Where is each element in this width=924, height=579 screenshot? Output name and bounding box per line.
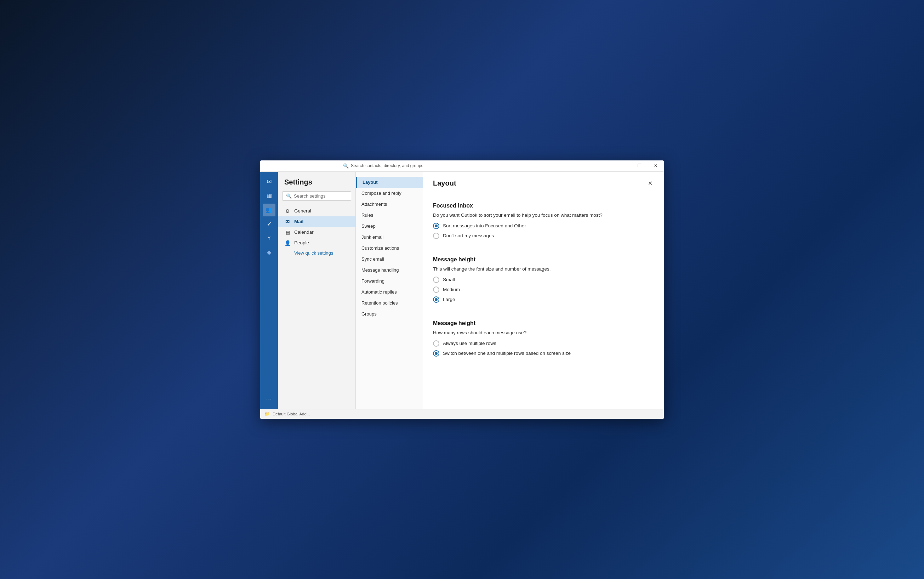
- message-height-1-desc: This will change the font size and numbe…: [433, 266, 654, 272]
- nav-item-general-label: General: [294, 208, 311, 214]
- nav-tasks-icon[interactable]: ✔: [263, 218, 276, 231]
- nav-yammer-icon[interactable]: Y: [263, 232, 276, 245]
- radio-small[interactable]: Small: [433, 276, 654, 283]
- submenu-sweep[interactable]: Sweep: [356, 221, 423, 232]
- divider-1: [433, 249, 654, 249]
- message-height-1-title: Message height: [433, 257, 654, 263]
- focused-inbox-title: Focused Inbox: [433, 203, 654, 209]
- mail-submenu: Layout Compose and reply Attachments Rul…: [356, 172, 423, 409]
- title-bar: 🔍 Search contacts, directory, and groups…: [260, 160, 664, 172]
- submenu-handling[interactable]: Message handling: [356, 265, 423, 275]
- calendar-nav-icon: ▦: [284, 229, 291, 235]
- radio-sort-focused-circle[interactable]: [433, 223, 439, 229]
- settings-panel: Settings 🔍 ⚙ General ✉ Mail ▦ Calendar: [278, 172, 356, 409]
- nav-item-mail[interactable]: ✉ Mail: [278, 216, 356, 227]
- submenu-forwarding[interactable]: Forwarding: [356, 275, 423, 286]
- radio-no-sort-label: Don't sort my messages: [443, 233, 494, 238]
- submenu-groups[interactable]: Groups: [356, 308, 423, 319]
- nav-bottom: ···: [263, 393, 276, 409]
- radio-small-label: Small: [443, 277, 455, 282]
- message-height-section-2: Message height How many rows should each…: [433, 320, 654, 357]
- radio-switch-rows[interactable]: Switch between one and multiple rows bas…: [433, 350, 654, 357]
- bottom-bar-text: Default Global Add...: [273, 412, 310, 416]
- radio-always-multiple-circle[interactable]: [433, 340, 439, 347]
- radio-large-label: Large: [443, 297, 455, 302]
- panel-title: Layout: [433, 179, 456, 187]
- settings-nav: ⚙ General ✉ Mail ▦ Calendar 👤 People Vie…: [278, 206, 356, 258]
- general-icon: ⚙: [284, 208, 291, 214]
- radio-small-circle[interactable]: [433, 276, 439, 283]
- submenu-rules[interactable]: Rules: [356, 209, 423, 221]
- restore-button[interactable]: ❐: [631, 160, 648, 172]
- nav-item-general[interactable]: ⚙ General: [278, 206, 356, 216]
- title-bar-search-area: 🔍 Search contacts, directory, and groups: [338, 163, 465, 168]
- people-nav-icon: 👤: [284, 240, 291, 246]
- radio-switch-rows-circle[interactable]: [433, 350, 439, 357]
- nav-people-icon[interactable]: 👥: [263, 204, 276, 216]
- close-button[interactable]: ✕: [648, 160, 664, 172]
- app-window: 🔍 Search contacts, directory, and groups…: [260, 160, 664, 419]
- message-height-2-title: Message height: [433, 320, 654, 327]
- radio-large-circle[interactable]: [433, 296, 439, 303]
- submenu-compose[interactable]: Compose and reply: [356, 188, 423, 199]
- search-settings-input[interactable]: [294, 193, 347, 199]
- radio-no-sort-circle[interactable]: [433, 233, 439, 239]
- nav-item-mail-label: Mail: [294, 219, 304, 224]
- submenu-auto-replies[interactable]: Automatic replies: [356, 286, 423, 298]
- radio-always-multiple-label: Always use multiple rows: [443, 341, 496, 346]
- nav-mail-icon[interactable]: ✉: [263, 175, 276, 188]
- nav-item-calendar-label: Calendar: [294, 229, 313, 235]
- panel-close-button[interactable]: ✕: [645, 178, 655, 189]
- main-content: Layout ✕ Focused Inbox Do you want Outlo…: [423, 172, 664, 409]
- radio-switch-rows-label: Switch between one and multiple rows bas…: [443, 351, 571, 356]
- radio-no-sort[interactable]: Don't sort my messages: [433, 233, 654, 239]
- settings-title: Settings: [278, 178, 356, 191]
- title-search-icon: 🔍: [343, 163, 349, 168]
- nav-teams-icon[interactable]: ◆: [263, 246, 276, 259]
- nav-strip: ✉ ▦ 👥 ✔ Y ◆ ···: [260, 172, 278, 409]
- radio-large[interactable]: Large: [433, 296, 654, 303]
- minimize-button[interactable]: —: [615, 160, 631, 172]
- submenu-retention[interactable]: Retention policies: [356, 298, 423, 308]
- radio-sort-focused-label: Sort messages into Focused and Other: [443, 223, 526, 228]
- submenu-customize[interactable]: Customize actions: [356, 242, 423, 254]
- bottom-bar: 📁 Default Global Add...: [260, 409, 664, 419]
- app-body: ✉ ▦ 👥 ✔ Y ◆ ··· Settings 🔍 ⚙ General: [260, 172, 664, 409]
- nav-calendar-icon[interactable]: ▦: [263, 190, 276, 202]
- search-box[interactable]: 🔍: [282, 191, 351, 201]
- radio-sort-focused[interactable]: Sort messages into Focused and Other: [433, 223, 654, 229]
- radio-always-multiple[interactable]: Always use multiple rows: [433, 340, 654, 347]
- search-box-icon: 🔍: [286, 193, 292, 199]
- window-controls: — ❐ ✕: [615, 160, 664, 172]
- nav-item-calendar[interactable]: ▦ Calendar: [278, 227, 356, 238]
- radio-medium-label: Medium: [443, 287, 460, 292]
- focused-inbox-desc: Do you want Outlook to sort your email t…: [433, 213, 654, 218]
- submenu-layout[interactable]: Layout: [356, 177, 423, 188]
- message-height-section-1: Message height This will change the font…: [433, 257, 654, 303]
- mail-nav-icon: ✉: [284, 219, 291, 224]
- submenu-sync[interactable]: Sync email: [356, 254, 423, 265]
- bottom-bar-icon: 📁: [264, 412, 270, 417]
- submenu-junk[interactable]: Junk email: [356, 232, 423, 242]
- nav-item-people[interactable]: 👤 People: [278, 238, 356, 248]
- main-header: Layout ✕: [423, 172, 664, 194]
- content-scroll[interactable]: Focused Inbox Do you want Outlook to sor…: [423, 194, 664, 409]
- radio-medium[interactable]: Medium: [433, 286, 654, 293]
- nav-more-icon[interactable]: ···: [263, 393, 276, 406]
- view-quick-settings-link[interactable]: View quick settings: [278, 248, 356, 258]
- submenu-attachments[interactable]: Attachments: [356, 199, 423, 209]
- radio-medium-circle[interactable]: [433, 286, 439, 293]
- focused-inbox-section: Focused Inbox Do you want Outlook to sor…: [433, 203, 654, 239]
- title-search-text: Search contacts, directory, and groups: [351, 163, 423, 168]
- message-height-2-desc: How many rows should each message use?: [433, 330, 654, 335]
- nav-item-people-label: People: [294, 240, 309, 245]
